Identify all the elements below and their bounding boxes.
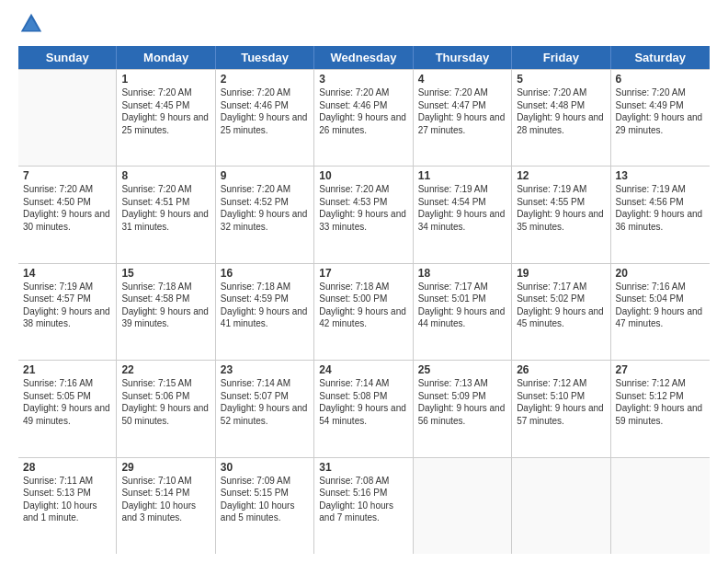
day-number: 5 xyxy=(517,73,605,86)
calendar-day-22: 22Sunrise: 7:15 AM Sunset: 5:06 PM Dayli… xyxy=(117,361,215,456)
day-info: Sunrise: 7:19 AM Sunset: 4:56 PM Dayligh… xyxy=(616,183,705,233)
calendar-day-empty xyxy=(611,458,710,554)
day-info: Sunrise: 7:19 AM Sunset: 4:55 PM Dayligh… xyxy=(517,183,605,233)
day-info: Sunrise: 7:11 AM Sunset: 5:13 PM Dayligh… xyxy=(23,475,111,524)
day-info: Sunrise: 7:20 AM Sunset: 4:51 PM Dayligh… xyxy=(121,183,210,233)
day-info: Sunrise: 7:20 AM Sunset: 4:53 PM Dayligh… xyxy=(319,183,407,233)
calendar-week-3: 14Sunrise: 7:19 AM Sunset: 4:57 PM Dayli… xyxy=(18,264,710,361)
calendar-day-1: 1Sunrise: 7:20 AM Sunset: 4:45 PM Daylig… xyxy=(117,70,215,166)
calendar-week-2: 7Sunrise: 7:20 AM Sunset: 4:50 PM Daylig… xyxy=(18,167,710,263)
day-info: Sunrise: 7:18 AM Sunset: 4:59 PM Dayligh… xyxy=(221,281,309,330)
day-number: 2 xyxy=(221,73,309,86)
day-header-monday: Monday xyxy=(117,46,215,69)
calendar-day-empty xyxy=(414,458,512,554)
calendar-day-11: 11Sunrise: 7:19 AM Sunset: 4:54 PM Dayli… xyxy=(414,167,512,262)
calendar: SundayMondayTuesdayWednesdayThursdayFrid… xyxy=(18,46,710,554)
day-info: Sunrise: 7:20 AM Sunset: 4:50 PM Dayligh… xyxy=(23,183,111,233)
day-info: Sunrise: 7:18 AM Sunset: 5:00 PM Dayligh… xyxy=(319,281,407,330)
day-header-friday: Friday xyxy=(512,46,610,69)
calendar-day-5: 5Sunrise: 7:20 AM Sunset: 4:48 PM Daylig… xyxy=(512,70,610,166)
day-number: 8 xyxy=(121,169,210,182)
day-info: Sunrise: 7:20 AM Sunset: 4:49 PM Dayligh… xyxy=(616,86,705,136)
day-header-saturday: Saturday xyxy=(611,46,710,69)
day-number: 15 xyxy=(121,267,210,280)
day-info: Sunrise: 7:20 AM Sunset: 4:47 PM Dayligh… xyxy=(418,86,506,136)
day-info: Sunrise: 7:17 AM Sunset: 5:01 PM Dayligh… xyxy=(418,281,506,330)
calendar-day-9: 9Sunrise: 7:20 AM Sunset: 4:52 PM Daylig… xyxy=(216,167,314,262)
day-info: Sunrise: 7:18 AM Sunset: 4:58 PM Dayligh… xyxy=(121,281,210,330)
day-number: 7 xyxy=(23,169,111,182)
day-number: 10 xyxy=(319,169,407,182)
calendar-day-28: 28Sunrise: 7:11 AM Sunset: 5:13 PM Dayli… xyxy=(18,458,117,554)
day-info: Sunrise: 7:17 AM Sunset: 5:02 PM Dayligh… xyxy=(517,281,605,330)
calendar-day-27: 27Sunrise: 7:12 AM Sunset: 5:12 PM Dayli… xyxy=(611,361,710,456)
day-number: 17 xyxy=(319,267,407,280)
day-info: Sunrise: 7:14 AM Sunset: 5:07 PM Dayligh… xyxy=(221,377,309,427)
calendar-day-30: 30Sunrise: 7:09 AM Sunset: 5:15 PM Dayli… xyxy=(216,458,314,554)
day-number: 18 xyxy=(418,267,506,280)
day-number: 28 xyxy=(23,461,111,474)
calendar-week-4: 21Sunrise: 7:16 AM Sunset: 5:05 PM Dayli… xyxy=(18,361,710,457)
day-info: Sunrise: 7:19 AM Sunset: 4:57 PM Dayligh… xyxy=(23,281,111,330)
calendar-day-20: 20Sunrise: 7:16 AM Sunset: 5:04 PM Dayli… xyxy=(611,264,710,360)
calendar-day-8: 8Sunrise: 7:20 AM Sunset: 4:51 PM Daylig… xyxy=(117,167,215,262)
calendar-day-14: 14Sunrise: 7:19 AM Sunset: 4:57 PM Dayli… xyxy=(18,264,117,360)
calendar-day-15: 15Sunrise: 7:18 AM Sunset: 4:58 PM Dayli… xyxy=(117,264,215,360)
calendar-week-1: 1Sunrise: 7:20 AM Sunset: 4:45 PM Daylig… xyxy=(18,70,710,167)
day-number: 22 xyxy=(121,363,210,376)
day-info: Sunrise: 7:12 AM Sunset: 5:12 PM Dayligh… xyxy=(616,377,705,427)
day-info: Sunrise: 7:20 AM Sunset: 4:45 PM Dayligh… xyxy=(121,86,210,136)
day-number: 19 xyxy=(517,267,605,280)
calendar-day-19: 19Sunrise: 7:17 AM Sunset: 5:02 PM Dayli… xyxy=(512,264,610,360)
day-info: Sunrise: 7:15 AM Sunset: 5:06 PM Dayligh… xyxy=(121,377,210,427)
logo xyxy=(18,15,48,37)
day-info: Sunrise: 7:12 AM Sunset: 5:10 PM Dayligh… xyxy=(517,377,605,427)
day-number: 25 xyxy=(418,363,506,376)
day-info: Sunrise: 7:16 AM Sunset: 5:04 PM Dayligh… xyxy=(616,281,705,330)
day-info: Sunrise: 7:20 AM Sunset: 4:46 PM Dayligh… xyxy=(319,86,407,136)
calendar-day-29: 29Sunrise: 7:10 AM Sunset: 5:14 PM Dayli… xyxy=(117,458,215,554)
calendar-day-25: 25Sunrise: 7:13 AM Sunset: 5:09 PM Dayli… xyxy=(414,361,512,456)
day-info: Sunrise: 7:16 AM Sunset: 5:05 PM Dayligh… xyxy=(23,377,111,427)
calendar-day-2: 2Sunrise: 7:20 AM Sunset: 4:46 PM Daylig… xyxy=(216,70,314,166)
day-info: Sunrise: 7:08 AM Sunset: 5:16 PM Dayligh… xyxy=(319,475,407,524)
day-number: 3 xyxy=(319,73,407,86)
day-info: Sunrise: 7:10 AM Sunset: 5:14 PM Dayligh… xyxy=(121,475,210,524)
calendar-header: SundayMondayTuesdayWednesdayThursdayFrid… xyxy=(18,46,710,69)
calendar-body: 1Sunrise: 7:20 AM Sunset: 4:45 PM Daylig… xyxy=(18,69,710,554)
day-number: 30 xyxy=(221,461,309,474)
calendar-day-empty xyxy=(18,70,117,166)
calendar-day-24: 24Sunrise: 7:14 AM Sunset: 5:08 PM Dayli… xyxy=(314,361,413,456)
day-number: 1 xyxy=(121,73,210,86)
day-header-tuesday: Tuesday xyxy=(216,46,314,69)
header xyxy=(18,15,710,37)
calendar-day-6: 6Sunrise: 7:20 AM Sunset: 4:49 PM Daylig… xyxy=(611,70,710,166)
day-number: 6 xyxy=(616,73,705,86)
calendar-day-4: 4Sunrise: 7:20 AM Sunset: 4:47 PM Daylig… xyxy=(414,70,512,166)
day-header-sunday: Sunday xyxy=(18,46,117,69)
calendar-day-16: 16Sunrise: 7:18 AM Sunset: 4:59 PM Dayli… xyxy=(216,264,314,360)
day-number: 26 xyxy=(517,363,605,376)
day-number: 20 xyxy=(616,267,705,280)
day-info: Sunrise: 7:20 AM Sunset: 4:46 PM Dayligh… xyxy=(221,86,309,136)
calendar-day-18: 18Sunrise: 7:17 AM Sunset: 5:01 PM Dayli… xyxy=(414,264,512,360)
calendar-day-26: 26Sunrise: 7:12 AM Sunset: 5:10 PM Dayli… xyxy=(512,361,610,456)
calendar-day-17: 17Sunrise: 7:18 AM Sunset: 5:00 PM Dayli… xyxy=(314,264,413,360)
day-info: Sunrise: 7:13 AM Sunset: 5:09 PM Dayligh… xyxy=(418,377,506,427)
logo-icon xyxy=(18,11,44,37)
calendar-week-5: 28Sunrise: 7:11 AM Sunset: 5:13 PM Dayli… xyxy=(18,458,710,554)
calendar-day-10: 10Sunrise: 7:20 AM Sunset: 4:53 PM Dayli… xyxy=(314,167,413,262)
day-number: 29 xyxy=(121,461,210,474)
day-header-wednesday: Wednesday xyxy=(314,46,413,69)
day-info: Sunrise: 7:20 AM Sunset: 4:48 PM Dayligh… xyxy=(517,86,605,136)
calendar-day-empty xyxy=(512,458,610,554)
calendar-day-31: 31Sunrise: 7:08 AM Sunset: 5:16 PM Dayli… xyxy=(314,458,413,554)
day-number: 4 xyxy=(418,73,506,86)
day-number: 21 xyxy=(23,363,111,376)
day-info: Sunrise: 7:09 AM Sunset: 5:15 PM Dayligh… xyxy=(221,475,309,524)
day-info: Sunrise: 7:19 AM Sunset: 4:54 PM Dayligh… xyxy=(418,183,506,233)
day-number: 11 xyxy=(418,169,506,182)
day-info: Sunrise: 7:14 AM Sunset: 5:08 PM Dayligh… xyxy=(319,377,407,427)
calendar-day-23: 23Sunrise: 7:14 AM Sunset: 5:07 PM Dayli… xyxy=(216,361,314,456)
page: SundayMondayTuesdayWednesdayThursdayFrid… xyxy=(0,0,728,563)
